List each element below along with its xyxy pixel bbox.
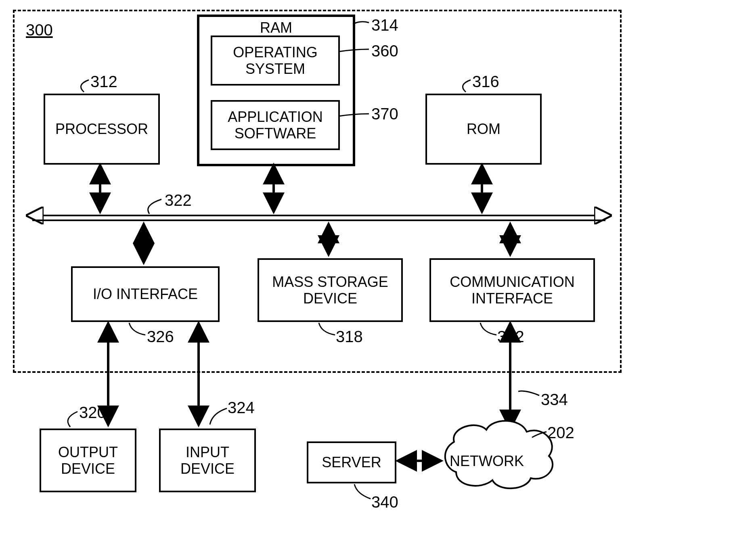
- ref-io: 326: [147, 328, 174, 346]
- io-box: I/O INTERFACE: [71, 266, 220, 322]
- ref-input: 324: [228, 399, 255, 417]
- output-box: OUTPUT DEVICE: [40, 429, 136, 492]
- io-label: I/O INTERFACE: [93, 286, 198, 302]
- server-label: SERVER: [322, 454, 381, 470]
- ref-mass: 318: [336, 328, 363, 346]
- ref-os: 360: [371, 42, 398, 60]
- mass-box: MASS STORAGE DEVICE: [258, 258, 403, 322]
- comm-label: COMMUNICATION INTERFACE: [431, 274, 593, 307]
- ref-system: 300: [26, 21, 53, 39]
- mass-label: MASS STORAGE DEVICE: [259, 274, 401, 307]
- app-box: APPLICATION SOFTWARE: [211, 100, 340, 150]
- ref-comm: 332: [497, 328, 524, 346]
- server-box: SERVER: [307, 441, 396, 483]
- app-label: APPLICATION SOFTWARE: [212, 109, 338, 142]
- rom-label: ROM: [467, 121, 501, 137]
- ref-rom: 316: [472, 73, 499, 91]
- rom-box: ROM: [425, 94, 542, 165]
- ref-link: 334: [541, 391, 568, 409]
- os-box: OPERATING SYSTEM: [211, 36, 340, 86]
- os-label: OPERATING SYSTEM: [212, 44, 338, 77]
- ref-network: 202: [547, 424, 574, 442]
- ref-output: 320: [79, 404, 106, 422]
- ref-bus: 322: [165, 191, 192, 209]
- input-box: INPUT DEVICE: [159, 429, 256, 492]
- network-label-top: NETWORK: [450, 453, 524, 470]
- processor-box: PROCESSOR: [44, 94, 160, 165]
- ref-server: 340: [371, 493, 398, 511]
- comm-box: COMMUNICATION INTERFACE: [429, 258, 595, 322]
- output-label: OUTPUT DEVICE: [41, 444, 135, 477]
- ref-app: 370: [371, 105, 398, 123]
- ram-label: RAM: [199, 19, 353, 36]
- input-label: INPUT DEVICE: [161, 444, 254, 477]
- ref-ram: 314: [371, 16, 398, 34]
- ref-processor: 312: [90, 73, 117, 91]
- processor-label: PROCESSOR: [55, 121, 148, 137]
- diagram-canvas: PROCESSOR RAM OPERATING SYSTEM APPLICATI…: [0, 0, 756, 552]
